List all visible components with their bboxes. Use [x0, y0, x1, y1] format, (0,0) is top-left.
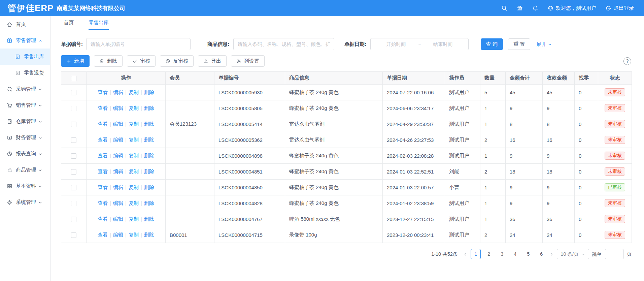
row-checkbox[interactable]	[71, 153, 76, 159]
sidebar-item-retail-outbound[interactable]: 零售出库	[0, 49, 50, 65]
sidebar-item-sales-management[interactable]: 销售管理	[0, 97, 50, 113]
sidebar-item-retail-return[interactable]: 零售退货	[0, 65, 50, 81]
row-action-delete[interactable]: 删除	[144, 184, 154, 190]
sidebar-item-finance-management[interactable]: 财务管理	[0, 129, 50, 146]
sidebar-item-retail-management[interactable]: 零售管理	[0, 32, 50, 49]
page-button-1[interactable]: 1	[471, 249, 481, 259]
row-action-view[interactable]: 查看	[98, 168, 108, 174]
row-checkbox[interactable]	[71, 90, 76, 95]
row-action-view[interactable]: 查看	[98, 216, 108, 222]
row-action-delete[interactable]: 删除	[144, 89, 154, 95]
row-action-copy[interactable]: 复制	[129, 216, 139, 222]
row-action-edit[interactable]: 编辑	[113, 184, 123, 190]
doc-no-input[interactable]	[86, 38, 191, 50]
button-label: 删除	[107, 58, 117, 64]
row-action-copy[interactable]: 复制	[129, 137, 139, 143]
sidebar-item-label: 系统管理	[16, 199, 36, 206]
row-action-view[interactable]: 查看	[98, 121, 108, 127]
page-button-3[interactable]: 3	[497, 249, 507, 259]
bank-icon[interactable]	[517, 5, 523, 11]
search-button[interactable]: 查 询	[481, 38, 503, 50]
row-action-copy[interactable]: 复制	[129, 168, 139, 174]
page-button-6[interactable]: 6	[536, 249, 546, 259]
help-icon[interactable]: ?	[623, 57, 631, 65]
bell-icon[interactable]	[532, 5, 538, 11]
row-actions: 查看|编辑|复制|删除	[87, 148, 166, 164]
row-action-delete[interactable]: 删除	[144, 168, 154, 174]
row-checkbox[interactable]	[71, 201, 76, 206]
prev-page-button[interactable]	[463, 252, 468, 256]
sidebar-item-system-management[interactable]: 系统管理	[0, 194, 50, 210]
tab-retail-outbound[interactable]: 零售出库	[89, 16, 109, 30]
unaudit-button[interactable]: 反审核	[160, 55, 194, 67]
sidebar-item-basic-data[interactable]: 基本资料	[0, 178, 50, 194]
row-action-delete[interactable]: 删除	[144, 232, 154, 238]
row-action-edit[interactable]: 编辑	[113, 168, 123, 174]
row-action-edit[interactable]: 编辑	[113, 105, 123, 111]
row-action-delete[interactable]: 删除	[144, 200, 154, 206]
row-action-edit[interactable]: 编辑	[113, 200, 123, 206]
row-action-view[interactable]: 查看	[98, 153, 108, 158]
product-info-input[interactable]	[233, 38, 334, 50]
logout-button[interactable]: 退出登录	[606, 5, 634, 11]
row-action-view[interactable]: 查看	[98, 137, 108, 143]
welcome-user[interactable]: 欢迎您，测试用户	[548, 5, 596, 11]
filter-row: 单据编号: 商品信息: 单据日期: 开始时间 ~ 结束时间 查 询 重 置 展开	[61, 38, 631, 50]
row-action-copy[interactable]: 复制	[129, 153, 139, 158]
row-checkbox[interactable]	[71, 122, 76, 127]
cell-product: 雷达杀虫气雾剂	[285, 116, 383, 132]
row-checkbox[interactable]	[71, 217, 76, 222]
row-action-view[interactable]: 查看	[98, 184, 108, 190]
delete-button[interactable]: 删除	[94, 55, 123, 67]
row-action-edit[interactable]: 编辑	[113, 137, 123, 143]
tab-home[interactable]: 首页	[64, 16, 74, 30]
row-checkbox[interactable]	[71, 137, 76, 143]
page-size-select[interactable]: 10 条/页	[557, 249, 589, 259]
sidebar-item-purchase-management[interactable]: 采购管理	[0, 81, 50, 97]
jump-page-input[interactable]	[605, 249, 624, 259]
row-action-edit[interactable]: 编辑	[113, 216, 123, 222]
next-page-button[interactable]	[549, 252, 554, 256]
sidebar-item-product-management[interactable]: 商品管理	[0, 162, 50, 178]
row-action-delete[interactable]: 删除	[144, 121, 154, 127]
column-settings-button[interactable]: 列设置	[231, 55, 265, 67]
row-checkbox[interactable]	[71, 185, 76, 190]
row-action-edit[interactable]: 编辑	[113, 89, 123, 95]
select-all-checkbox[interactable]	[71, 76, 76, 81]
row-action-delete[interactable]: 删除	[144, 137, 154, 143]
row-action-edit[interactable]: 编辑	[113, 232, 123, 238]
row-action-copy[interactable]: 复制	[129, 200, 139, 206]
sidebar-item-report-query[interactable]: 报表查询	[0, 146, 50, 162]
sidebar-item-warehouse-management[interactable]: 仓库管理	[0, 113, 50, 129]
date-range-input[interactable]: 开始时间 ~ 结束时间	[370, 38, 469, 50]
row-action-view[interactable]: 查看	[98, 200, 108, 206]
row-action-view[interactable]: 查看	[98, 232, 108, 238]
row-action-copy[interactable]: 复制	[129, 105, 139, 111]
page-button-5[interactable]: 5	[523, 249, 533, 259]
search-icon[interactable]	[501, 5, 507, 11]
expand-filters-link[interactable]: 展开	[536, 41, 552, 48]
row-action-delete[interactable]: 删除	[144, 216, 154, 222]
row-action-copy[interactable]: 复制	[129, 184, 139, 190]
reset-button[interactable]: 重 置	[508, 38, 530, 50]
row-action-edit[interactable]: 编辑	[113, 121, 123, 127]
page-button-2[interactable]: 2	[484, 249, 494, 259]
button-label: 列设置	[244, 58, 259, 64]
row-action-view[interactable]: 查看	[98, 105, 108, 111]
row-action-delete[interactable]: 删除	[144, 153, 154, 158]
row-checkbox[interactable]	[71, 169, 76, 175]
row-action-copy[interactable]: 复制	[129, 232, 139, 238]
cell-doc-no: LSCK00000005805	[214, 100, 285, 116]
row-action-view[interactable]: 查看	[98, 89, 108, 95]
row-checkbox[interactable]	[71, 232, 76, 238]
row-action-edit[interactable]: 编辑	[113, 153, 123, 158]
audit-button[interactable]: 审核	[127, 55, 156, 67]
export-button[interactable]: 导出	[198, 55, 227, 67]
row-action-copy[interactable]: 复制	[129, 121, 139, 127]
add-button[interactable]: 新增	[61, 55, 90, 67]
row-checkbox[interactable]	[71, 106, 76, 111]
sidebar-item-home[interactable]: 首页	[0, 16, 50, 32]
row-action-copy[interactable]: 复制	[129, 89, 139, 95]
row-action-delete[interactable]: 删除	[144, 105, 154, 111]
page-button-4[interactable]: 4	[510, 249, 520, 259]
